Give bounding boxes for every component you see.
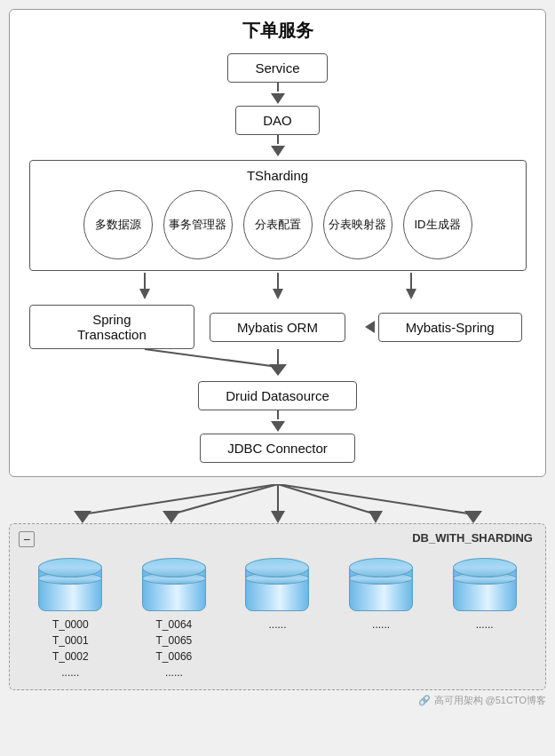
svg-marker-12 — [163, 511, 180, 523]
cylinder-5 — [453, 558, 517, 611]
svg-line-6 — [145, 349, 278, 367]
arrow-dao-tsharding — [271, 135, 285, 158]
cyl-top-1 — [38, 558, 102, 577]
page-title: 下单服务 — [23, 19, 532, 43]
svg-line-17 — [278, 484, 473, 514]
svg-marker-18 — [464, 511, 482, 523]
dao-node: DAO — [235, 106, 320, 135]
mybatis-spring-arrow-row: Mybatis-Spring — [365, 313, 522, 342]
svg-marker-16 — [369, 511, 383, 523]
db-sharding-box: − DB_WITH_SHARDING T_0000T_0001T_0002...… — [9, 523, 546, 690]
db-col-5: ...... — [453, 558, 517, 633]
db-text-1: T_0000T_0001T_0002...... — [52, 617, 89, 680]
cyl-top-5 — [453, 558, 517, 577]
tsharding-box: TSharding 多数据源 事务管理器 分表配置 分表映射器 ID生成器 — [29, 160, 527, 271]
tsharding-to-three-arrows — [29, 273, 527, 305]
db-label: DB_WITH_SHARDING — [412, 531, 533, 545]
left-arrow-icon — [365, 321, 375, 333]
brand-icon: 🔗 — [418, 695, 431, 705]
db-col-4: ...... — [349, 558, 413, 633]
flow-container: Service DAO TSharding 多数据源 事务管理器 分表配置 — [23, 53, 532, 463]
cylinder-1 — [38, 558, 102, 611]
svg-marker-10 — [74, 511, 91, 523]
db-text-2: T_0064T_0065T_0066...... — [156, 617, 193, 680]
mybatis-spring-col: Mybatis-Spring — [361, 313, 527, 342]
page-wrapper: 下单服务 Service DAO TSharding 多数据源 事务管 — [0, 0, 555, 716]
db-col-2: T_0064T_0065T_0066...... — [142, 558, 206, 680]
db-text-4: ...... — [372, 617, 390, 633]
jdbc-node: JDBC Connector — [200, 434, 355, 463]
db-col-3: ...... — [245, 558, 309, 633]
svg-marker-5 — [406, 289, 416, 299]
db-text-3: ...... — [268, 617, 286, 633]
three-nodes-row: Spring Transaction Mybatis ORM Mybatis-S… — [29, 305, 527, 349]
circle-duoshuju: 多数据源 — [83, 190, 153, 259]
spring-transaction-node: Spring Transaction — [29, 305, 195, 349]
circles-row: 多数据源 事务管理器 分表配置 分表映射器 ID生成器 — [39, 190, 517, 259]
spring-transaction-col: Spring Transaction — [29, 305, 195, 349]
bottom-watermark: 🔗 高可用架构 @51CTO博客 — [9, 694, 546, 707]
svg-line-9 — [83, 484, 278, 514]
svg-line-11 — [171, 484, 278, 514]
svg-line-15 — [278, 484, 376, 514]
db-col-1: T_0000T_0001T_0002...... — [38, 558, 102, 680]
arrow-service-dao — [271, 83, 285, 106]
db-columns: T_0000T_0001T_0002...... T_0064T_0065T_0… — [19, 558, 536, 680]
svg-marker-3 — [273, 289, 283, 299]
tsharding-label: TSharding — [39, 168, 517, 183]
brand-label: 高可用架构 — [434, 695, 483, 705]
cyl-top-2 — [142, 558, 206, 577]
circle-yingshe: 分表映射器 — [323, 190, 392, 259]
to-druid-arrows — [29, 349, 527, 381]
mybatis-orm-node: Mybatis ORM — [210, 313, 345, 342]
circle-fenbiao: 分表配置 — [243, 190, 313, 259]
cyl-top-3 — [245, 558, 309, 577]
svg-marker-1 — [139, 289, 150, 299]
db-text-5: ...... — [476, 617, 494, 633]
druid-node: Druid Datasource — [198, 381, 357, 410]
cylinder-3 — [245, 558, 309, 611]
watermark-label: @51CTO博客 — [486, 695, 546, 705]
main-architecture-box: 下单服务 Service DAO TSharding 多数据源 事务管 — [9, 9, 546, 477]
cylinder-2 — [142, 558, 206, 611]
db-minus-icon: − — [19, 531, 35, 547]
svg-marker-14 — [271, 511, 285, 523]
mybatis-orm-col: Mybatis ORM — [194, 313, 361, 342]
cyl-top-4 — [349, 558, 413, 577]
arrow-druid-jdbc — [271, 410, 285, 434]
mybatis-spring-node: Mybatis-Spring — [378, 313, 522, 342]
jdbc-to-db-arrows — [20, 484, 535, 523]
circle-shiwu: 事务管理器 — [163, 190, 233, 259]
service-node: Service — [227, 53, 327, 83]
circle-id: ID生成器 — [403, 190, 472, 259]
cylinder-4 — [349, 558, 413, 611]
